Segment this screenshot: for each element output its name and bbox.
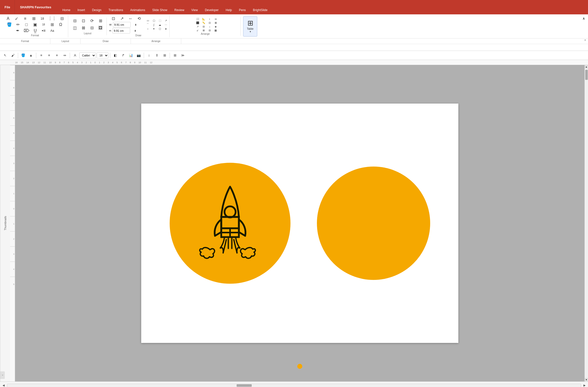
layout4-btn[interactable]: ⊞ xyxy=(96,18,104,24)
tb2-paint-btn[interactable]: 🖌 xyxy=(9,52,16,59)
scroll-down-btn[interactable]: ▼ xyxy=(585,378,588,381)
vertical-scrollbar[interactable]: ▲ ▼ xyxy=(584,65,588,381)
tab-insert[interactable]: Insert xyxy=(74,6,89,14)
layout3-btn[interactable]: ⟳ xyxy=(88,18,96,24)
width-input[interactable] xyxy=(113,22,131,27)
indent-btn[interactable]: ⊞ xyxy=(30,16,38,21)
arrange-btn4[interactable]: ⇔ xyxy=(212,17,220,21)
tb2-fill-btn[interactable]: 🪣 xyxy=(20,52,27,59)
tb2-chart-btn[interactable]: 📊 xyxy=(127,52,134,59)
arrange-btn12[interactable]: ◈ xyxy=(212,25,220,28)
ruler-h: 16 15 14 13 12 11 10 9 8 7 6 5 4 3 2 1 0… xyxy=(0,60,588,65)
horizontal-scrollbar[interactable] xyxy=(7,384,581,387)
tab-developer[interactable]: Developer xyxy=(201,6,222,14)
symbol-btn[interactable]: Ω xyxy=(57,22,65,27)
font-size-btn[interactable]: 18 xyxy=(38,16,46,21)
tb2-camera-btn[interactable]: 📷 xyxy=(135,52,142,59)
tb2-distribute-btn[interactable]: ⇕ xyxy=(153,52,160,59)
circle-left xyxy=(170,163,290,284)
arrange-btn8[interactable]: ⊠ xyxy=(212,21,220,24)
list-btn[interactable]: ≡ xyxy=(21,16,29,21)
tb2-pointer-btn[interactable]: ↖ xyxy=(2,52,9,59)
underline-btn[interactable]: U̲ xyxy=(31,28,39,34)
select-icon: ⊡ xyxy=(112,17,115,21)
font-size-select[interactable]: 18 xyxy=(97,52,108,58)
bullets-btn[interactable]: •≡ xyxy=(40,28,48,34)
eraser-btn[interactable]: ⌦ xyxy=(22,28,31,34)
tb2-font-color[interactable]: A xyxy=(71,52,79,59)
circle-left-container[interactable] xyxy=(170,163,290,284)
tb2-effect-btn[interactable]: ↱ xyxy=(120,52,127,59)
tb2-grid-btn[interactable]: ⊞ xyxy=(171,52,178,59)
text-format-btn[interactable]: A xyxy=(4,16,12,21)
scroll-up-btn[interactable]: ▲ xyxy=(585,65,588,69)
tb2-align-center[interactable]: ≡ xyxy=(46,52,53,59)
height-input[interactable] xyxy=(113,28,130,34)
layout6-btn[interactable]: ⊠ xyxy=(79,25,87,31)
more-shapes-btn[interactable]: ⋯ xyxy=(162,23,170,27)
border-btn[interactable]: □ xyxy=(22,22,30,27)
tb2-align-left[interactable]: ≡ xyxy=(38,52,45,59)
layout-icon: ⊟ xyxy=(73,19,77,23)
tab-view[interactable]: View xyxy=(188,6,201,14)
fontsize2-btn[interactable]: 18 xyxy=(40,23,48,27)
border2-btn[interactable]: ▣ xyxy=(31,22,39,27)
highlight-btn[interactable]: ✏ xyxy=(14,22,22,27)
scroll-left-btn[interactable]: ◀ xyxy=(3,384,5,387)
connector-btn[interactable]: ↗ xyxy=(162,19,170,22)
font-name-select[interactable]: Calibri xyxy=(79,52,96,58)
arrange-btn16[interactable]: ▦ xyxy=(212,29,220,32)
layout5-btn[interactable]: ◫ xyxy=(71,25,79,31)
layout7-btn[interactable]: ⊟ xyxy=(88,25,96,31)
rotate-btn[interactable]: ⟲ xyxy=(135,16,143,21)
arrange-tools: ⬜ 📐 ↕ ⇔ ⬛ 📏 ⊡ ⊠ ↗ ⊟ ⬦ ◈ ↙ ⊞ ⊟ ▦ xyxy=(194,17,217,32)
tb2-color-btn[interactable]: ▲ xyxy=(27,52,34,59)
collapse-ribbon-btn[interactable]: ∧ xyxy=(582,39,588,44)
tb2-align-right[interactable]: ≡ xyxy=(53,52,60,59)
fill-btn[interactable]: 🪣 xyxy=(5,22,13,27)
height-spinner[interactable]: ⬍ xyxy=(131,29,139,33)
select-btn[interactable]: ⊡ xyxy=(109,16,117,21)
scroll-thumb-v[interactable] xyxy=(585,70,588,80)
tab-help[interactable]: Help xyxy=(222,6,236,14)
more-format-btn[interactable]: ⊟ xyxy=(58,16,66,21)
scroll-right-btn[interactable]: ▶ xyxy=(583,384,585,387)
tb2-group-btn[interactable]: ⊞ xyxy=(161,52,168,59)
ribbon-collapse-btn[interactable]: ∧ xyxy=(581,15,586,21)
tab-brightslide[interactable]: BrightSlide xyxy=(249,6,271,14)
font-color-btn[interactable]: 🖋 xyxy=(13,16,21,21)
tab-design[interactable]: Design xyxy=(89,6,105,14)
tab-transitions[interactable]: Transitions xyxy=(105,6,127,14)
format-section-label: Format xyxy=(0,39,50,44)
tb2-more-btn[interactable]: ≫ xyxy=(179,52,186,59)
layout-btn[interactable]: ⊟ xyxy=(71,18,79,24)
table-button[interactable]: ⊞ Table ▾ xyxy=(243,16,257,37)
image-btn[interactable]: 🖼 xyxy=(96,25,104,31)
thumbnails-panel[interactable]: › Thumbnails xyxy=(0,65,10,381)
tb2-justify[interactable]: ⇔ xyxy=(61,52,68,59)
image-icon: 🖼 xyxy=(98,26,102,30)
columns-btn[interactable]: ⋮⋮ xyxy=(47,16,57,21)
resize-btn[interactable]: ↔ xyxy=(126,16,134,21)
circle-right-container[interactable] xyxy=(317,167,430,280)
tab-home[interactable]: Home xyxy=(59,6,74,14)
tab-pens[interactable]: Pens xyxy=(235,6,249,14)
arrow2-btn[interactable]: ➤ xyxy=(162,27,170,30)
width-spinner[interactable]: ⬍ xyxy=(132,23,140,27)
thumbnails-toggle[interactable]: › xyxy=(0,371,5,379)
tb2-shadow-btn[interactable]: ◧ xyxy=(112,52,119,59)
numbering-btn[interactable]: ⊞ xyxy=(48,22,56,27)
tab-slideshow[interactable]: Slide Show xyxy=(149,6,171,14)
char-icon: Aa xyxy=(50,29,54,32)
tb2-spacing-btn[interactable]: ↕ xyxy=(145,52,153,59)
arrow-btn[interactable]: ↗ xyxy=(118,16,126,21)
scroll-thumb-h[interactable] xyxy=(237,384,252,387)
pen-btn[interactable]: ✒ xyxy=(14,28,22,34)
layout4-icon: ⊞ xyxy=(99,19,102,23)
layout2-btn[interactable]: ⊡ xyxy=(79,18,87,24)
tab-review[interactable]: Review xyxy=(171,6,188,14)
file-menu-button[interactable]: File xyxy=(0,0,15,14)
tab-animations[interactable]: Animations xyxy=(127,6,149,14)
char-btn[interactable]: Aa xyxy=(48,28,56,33)
ribbon: A 🖋 ≡ ⊞ 18 ⋮⋮ ⊟ 🪣 ✏ □ ▣ 18 ⊞ Ω ✒ ⌦ U̲ xyxy=(0,14,588,51)
